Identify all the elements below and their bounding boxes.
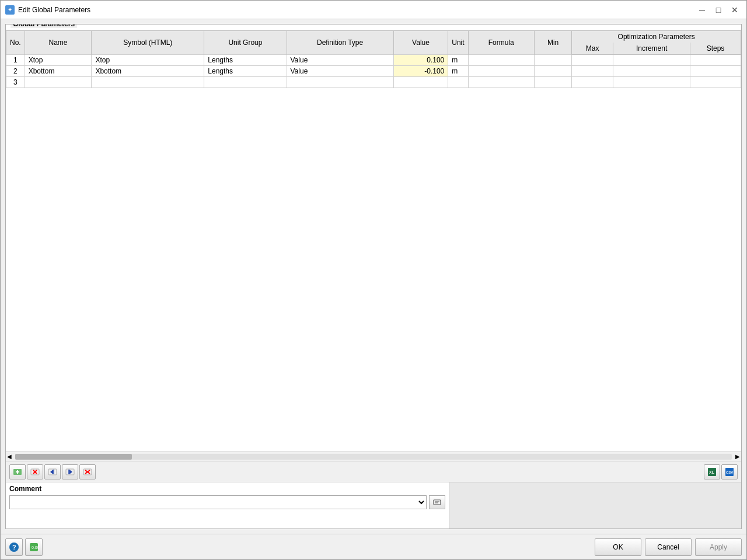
svg-text:?: ? [12, 544, 16, 551]
table-header-row1: No. Name Symbol (HTML) Unit Group Defini… [6, 31, 741, 43]
comment-right [449, 482, 741, 528]
table-cell[interactable] [613, 66, 690, 77]
col-opt-params-header: Optimization Parameters [572, 31, 741, 43]
svg-text:XL: XL [709, 470, 715, 474]
scrollbar-thumb[interactable] [15, 454, 132, 460]
table-cell[interactable]: Lengths [204, 66, 287, 77]
table-cell[interactable]: Xtop [92, 55, 204, 66]
parameters-table-container[interactable]: No. Name Symbol (HTML) Unit Group Defini… [6, 30, 741, 452]
comment-label: Comment [9, 485, 445, 493]
table-cell[interactable] [468, 55, 534, 66]
toolbar: XL CSV [6, 461, 741, 482]
export-csv-icon: CSV [725, 467, 734, 477]
col-name: Name [25, 31, 92, 55]
table-cell[interactable]: m [448, 55, 468, 66]
table-cell[interactable] [534, 66, 571, 77]
table-cell[interactable]: 1 [6, 55, 25, 66]
table-row: 1XtopXtopLengthsValue0.100m [6, 55, 741, 66]
table-cell[interactable] [468, 66, 534, 77]
bottom-left-buttons: ? 0.00 [5, 538, 43, 556]
col-increment: Increment [613, 43, 690, 55]
add-row-button[interactable] [9, 464, 26, 480]
col-max: Max [572, 43, 613, 55]
table-cell[interactable] [572, 55, 613, 66]
help-button[interactable]: ? [5, 538, 23, 556]
calculator-button[interactable]: 0.00 [25, 538, 43, 556]
move-left-button[interactable] [44, 464, 61, 480]
toolbar-right: XL CSV [704, 464, 738, 480]
comment-section: Comment [6, 482, 741, 528]
col-min: Min [534, 31, 571, 55]
group-box-label: Global Parameters [11, 24, 77, 28]
col-formula: Formula [468, 31, 534, 55]
clear-icon [83, 467, 92, 477]
bottom-bar: ? 0.00 OK Cancel Apply [1, 534, 746, 559]
comment-input-row [9, 495, 445, 509]
title-bar: ✦ Edit Global Parameters ─ □ ✕ [1, 1, 746, 19]
table-cell[interactable] [613, 55, 690, 66]
comment-left: Comment [6, 482, 449, 528]
move-right-icon [65, 467, 75, 477]
window-controls: ─ □ ✕ [695, 3, 742, 17]
move-left-icon [48, 467, 57, 477]
comment-edit-icon [433, 498, 441, 506]
table-cell[interactable]: 2 [6, 66, 25, 77]
table-cell[interactable] [448, 77, 468, 88]
table-cell[interactable]: Value [287, 55, 393, 66]
close-button[interactable]: ✕ [728, 3, 742, 17]
svg-text:CSV: CSV [726, 471, 733, 474]
table-cell[interactable] [572, 66, 613, 77]
col-value: Value [393, 31, 448, 55]
main-window: ✦ Edit Global Parameters ─ □ ✕ Global Pa… [0, 0, 747, 560]
col-unit: Unit [448, 31, 468, 55]
table-cell[interactable]: m [448, 66, 468, 77]
table-row: 3 [6, 77, 741, 88]
table-cell[interactable]: -0.100 [393, 66, 448, 77]
clear-button[interactable] [79, 464, 96, 480]
table-cell[interactable]: 3 [6, 77, 25, 88]
maximize-button[interactable]: □ [711, 3, 725, 17]
export-excel-button[interactable]: XL [704, 464, 720, 480]
scrollbar-track[interactable] [15, 454, 732, 460]
table-cell[interactable]: 0.100 [393, 55, 448, 66]
table-cell[interactable] [613, 77, 690, 88]
app-icon: ✦ [5, 5, 15, 15]
global-parameters-group: Global Parameters No. Name Symbol (HTML)… [5, 24, 742, 529]
delete-row-button[interactable] [27, 464, 43, 480]
table-cell[interactable] [690, 77, 741, 88]
export-excel-icon: XL [707, 467, 717, 477]
table-cell[interactable] [25, 77, 92, 88]
table-cell[interactable]: Xbottom [92, 66, 204, 77]
table-cell[interactable]: Lengths [204, 55, 287, 66]
move-right-button[interactable] [62, 464, 78, 480]
col-symbol: Symbol (HTML) [92, 31, 204, 55]
table-cell[interactable]: Value [287, 66, 393, 77]
parameters-table: No. Name Symbol (HTML) Unit Group Defini… [6, 30, 741, 88]
col-unit-group: Unit Group [204, 31, 287, 55]
col-no: No. [6, 31, 25, 55]
ok-button[interactable]: OK [595, 538, 641, 556]
window-title: Edit Global Parameters [18, 6, 695, 14]
table-cell[interactable] [204, 77, 287, 88]
comment-select[interactable] [9, 495, 427, 509]
cancel-button[interactable]: Cancel [645, 538, 692, 556]
apply-button[interactable]: Apply [695, 538, 742, 556]
table-cell[interactable] [468, 77, 534, 88]
scroll-left-btn[interactable]: ◀ [6, 453, 13, 460]
scroll-right-btn[interactable]: ▶ [734, 453, 741, 460]
col-def-type: Definition Type [287, 31, 393, 55]
table-cell[interactable] [690, 66, 741, 77]
table-cell[interactable] [572, 77, 613, 88]
table-cell[interactable] [534, 77, 571, 88]
table-cell[interactable] [287, 77, 393, 88]
minimize-button[interactable]: ─ [695, 3, 709, 17]
export-csv-button[interactable]: CSV [721, 464, 738, 480]
table-cell[interactable] [393, 77, 448, 88]
table-cell[interactable]: Xtop [25, 55, 92, 66]
table-cell[interactable] [92, 77, 204, 88]
comment-action-button[interactable] [429, 495, 445, 509]
table-cell[interactable] [534, 55, 571, 66]
table-cell[interactable] [690, 55, 741, 66]
horizontal-scrollbar[interactable]: ◀ ▶ [6, 452, 741, 461]
table-cell[interactable]: Xbottom [25, 66, 92, 77]
